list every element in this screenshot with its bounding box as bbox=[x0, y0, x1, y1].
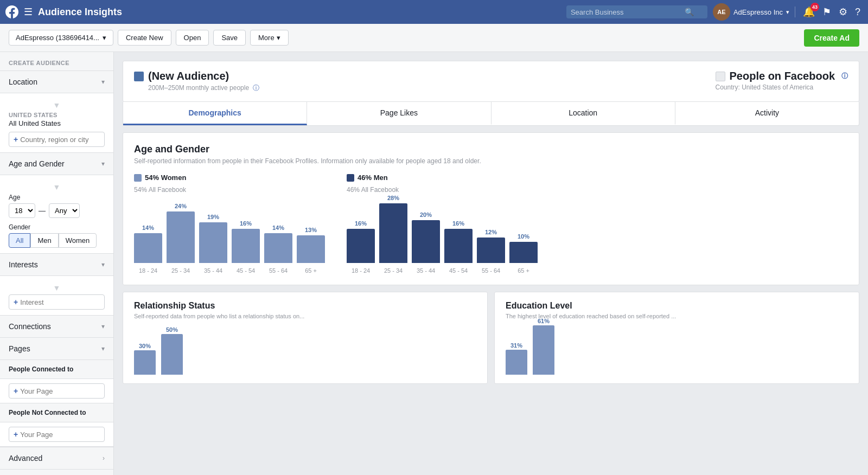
relationship-chart-title: Relationship Status bbox=[134, 301, 476, 311]
account-selector[interactable]: AdEspresso (138696414... ▾ bbox=[9, 30, 113, 46]
bar-pct: 20% bbox=[420, 211, 432, 218]
help-button[interactable]: ? bbox=[853, 4, 863, 20]
bar-men bbox=[477, 238, 505, 263]
gender-men-button[interactable]: Men bbox=[30, 233, 58, 248]
connections-label: Connections bbox=[9, 322, 51, 331]
location-arrow: ▼ bbox=[9, 99, 105, 112]
women-bars: 14% 18 - 24 24% 25 - 34 19% 35 - 44 16% … bbox=[134, 198, 325, 274]
not-connected-page-input[interactable]: + bbox=[9, 427, 105, 442]
bar-col: 16% 45 - 54 bbox=[232, 220, 260, 274]
bar-col: 12% 55 - 64 bbox=[477, 229, 505, 274]
interests-accordion-header[interactable]: Interests ▾ bbox=[0, 254, 113, 276]
user-name[interactable]: AdEspresso Inc bbox=[733, 8, 783, 16]
create-ad-button[interactable]: Create Ad bbox=[804, 29, 859, 47]
education-chart-subtitle: The highest level of education reached b… bbox=[506, 313, 848, 319]
gender-all-button[interactable]: All bbox=[9, 233, 30, 248]
bar-men bbox=[347, 229, 375, 263]
notifications-button[interactable]: 🔔 43 bbox=[801, 4, 817, 20]
new-audience-sub-text: 200M–250M monthly active people bbox=[148, 84, 249, 92]
age-gender-accordion-header[interactable]: Age and Gender ▾ bbox=[0, 153, 113, 175]
bar-age-label: 25 - 34 bbox=[171, 267, 190, 274]
facebook-people-subtitle: Country: United States of America bbox=[716, 84, 814, 91]
men-color-box bbox=[347, 174, 354, 182]
bottom-charts-row: Relationship Status Self-reported data f… bbox=[123, 292, 859, 384]
women-color-box bbox=[134, 174, 142, 182]
notification-badge: 43 bbox=[810, 3, 819, 11]
not-connected-page-field[interactable] bbox=[20, 431, 100, 439]
save-button[interactable]: Save bbox=[213, 30, 246, 46]
bar-age-label: 25 - 34 bbox=[384, 267, 403, 274]
more-dropdown-icon: ▾ bbox=[277, 34, 280, 42]
age-from-select[interactable]: 182125 bbox=[9, 203, 35, 218]
bar-women bbox=[264, 233, 292, 263]
interest-input-wrap[interactable]: + bbox=[9, 294, 105, 310]
bar-age-label: 35 - 44 bbox=[204, 267, 222, 274]
bar-col: 28% 25 - 34 bbox=[379, 195, 407, 274]
facebook-people-info-icon[interactable]: ⓘ bbox=[841, 72, 848, 81]
advanced-chevron-icon: › bbox=[103, 454, 105, 462]
advanced-label: Advanced bbox=[9, 454, 42, 463]
app-title: Audience Insights bbox=[38, 7, 122, 18]
small-bar-col: 50% bbox=[161, 326, 183, 375]
new-audience-info-icon[interactable]: ⓘ bbox=[253, 84, 259, 92]
user-dropdown-icon[interactable]: ▾ bbox=[786, 9, 789, 16]
men-sub-label: 46% All Facebook bbox=[347, 186, 538, 194]
advanced-accordion-header[interactable]: Advanced › bbox=[0, 447, 113, 470]
location-accordion-header[interactable]: Location ▾ bbox=[0, 71, 113, 93]
tab-activity[interactable]: Activity bbox=[675, 102, 859, 125]
bar-age-label: 45 - 54 bbox=[449, 267, 468, 274]
location-sub: UNITED STATES bbox=[9, 112, 105, 118]
age-gender-arrow: ▼ bbox=[9, 181, 105, 194]
pages-accordion-header[interactable]: Pages ▾ bbox=[0, 338, 113, 360]
bar-col: 10% 65 + bbox=[509, 233, 538, 274]
connections-accordion-header[interactable]: Connections ▾ bbox=[0, 316, 113, 338]
bar-col: 19% 35 - 44 bbox=[199, 214, 227, 274]
avatar[interactable]: AE bbox=[713, 3, 730, 21]
more-label: More bbox=[258, 34, 275, 42]
more-button[interactable]: More ▾ bbox=[250, 30, 289, 46]
gender-women-button[interactable]: Women bbox=[59, 233, 97, 248]
hamburger-icon[interactable]: ☰ bbox=[24, 6, 33, 18]
sidebar: CREATE AUDIENCE Location ▾ ▼ UNITED STAT… bbox=[0, 52, 114, 475]
education-bars: 31% 61% bbox=[506, 326, 848, 375]
interest-input[interactable] bbox=[20, 298, 100, 306]
location-input-wrap[interactable]: + bbox=[9, 132, 105, 147]
people-connected-label: People Connected to bbox=[0, 360, 113, 379]
women-chart-group: 54% Women 54% All Facebook 14% 18 - 24 2… bbox=[134, 174, 325, 274]
men-label: 46% Men bbox=[358, 174, 388, 182]
bar-col: 13% 65 + bbox=[297, 227, 325, 274]
bar-pct: 14% bbox=[142, 224, 154, 231]
age-gender-chart-card: Age and Gender Self-reported information… bbox=[123, 132, 859, 285]
bar-pct: 24% bbox=[175, 203, 187, 209]
location-chevron-icon: ▾ bbox=[101, 78, 105, 86]
search-icon: 🔍 bbox=[685, 8, 694, 16]
sidebar-section-title: CREATE AUDIENCE bbox=[0, 52, 113, 70]
connections-accordion: Connections ▾ bbox=[0, 316, 113, 338]
flag-button[interactable]: ⚑ bbox=[820, 4, 833, 20]
age-row: 182125 — Any2434 bbox=[9, 203, 105, 218]
location-input[interactable] bbox=[20, 136, 100, 144]
connected-page-input[interactable]: + bbox=[9, 383, 105, 399]
settings-button[interactable]: ⚙ bbox=[837, 4, 850, 20]
search-input[interactable] bbox=[571, 8, 685, 16]
gender-field: Gender All Men Women bbox=[9, 223, 105, 248]
tab-location[interactable]: Location bbox=[492, 102, 675, 125]
bar-age-label: 55 - 64 bbox=[482, 267, 500, 274]
new-audience-section: (New Audience) 200M–250M monthly active … bbox=[134, 70, 259, 93]
location-content: ▼ UNITED STATES All United States + bbox=[0, 93, 113, 153]
tab-demographics[interactable]: Demographics bbox=[123, 102, 307, 125]
open-button[interactable]: Open bbox=[176, 30, 209, 46]
tab-page-likes[interactable]: Page Likes bbox=[307, 102, 491, 125]
search-bar[interactable]: 🔍 bbox=[566, 5, 707, 18]
connected-page-field[interactable] bbox=[20, 387, 100, 395]
facebook-logo bbox=[5, 5, 18, 18]
bar-age-label: 18 - 24 bbox=[352, 267, 370, 274]
age-to-select[interactable]: Any2434 bbox=[49, 203, 80, 218]
small-bar-col: 61% bbox=[533, 318, 554, 375]
audience-header-card: (New Audience) 200M–250M monthly active … bbox=[123, 61, 859, 102]
small-bar bbox=[161, 334, 183, 375]
nav-right: AE AdEspresso Inc ▾ 🔔 43 ⚑ ⚙ ? bbox=[713, 3, 863, 21]
men-chart-group: 46% Men 46% All Facebook 16% 18 - 24 28%… bbox=[347, 174, 538, 274]
top-nav: ☰ Audience Insights 🔍 AE AdEspresso Inc … bbox=[0, 0, 868, 24]
create-new-button[interactable]: Create New bbox=[118, 30, 171, 46]
